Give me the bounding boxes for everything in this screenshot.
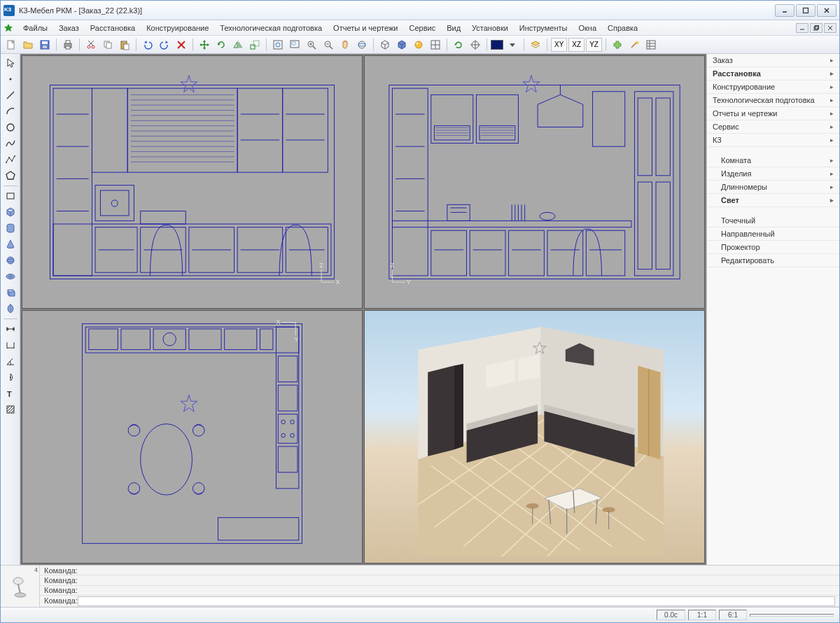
side-item[interactable]: Конструирование▸ bbox=[707, 80, 839, 94]
command-line[interactable]: Команда: bbox=[40, 596, 839, 607]
text-icon[interactable]: T bbox=[3, 386, 18, 401]
scale-icon[interactable] bbox=[247, 37, 262, 52]
dimension-linear-icon[interactable] bbox=[3, 337, 18, 353]
side-item[interactable]: Прожектор bbox=[707, 241, 839, 254]
side-item[interactable]: Редактировать bbox=[707, 254, 839, 267]
angle-icon[interactable] bbox=[3, 354, 18, 369]
window-title: К3-Мебел РКМ - [Заказ_22 (22.k3)] bbox=[19, 6, 775, 15]
viewport-perspective[interactable] bbox=[364, 310, 705, 564]
spline-icon[interactable] bbox=[3, 136, 18, 151]
rectangle-icon[interactable] bbox=[3, 188, 18, 204]
close-button[interactable] bbox=[817, 4, 836, 17]
svg-rect-155 bbox=[656, 182, 670, 270]
minimize-button[interactable] bbox=[775, 4, 794, 17]
plane-yz-button[interactable]: YZ bbox=[586, 38, 602, 52]
plugin-icon[interactable] bbox=[610, 37, 625, 52]
zoom-window-icon[interactable] bbox=[287, 37, 302, 52]
copy-icon[interactable] bbox=[100, 37, 115, 52]
menu-расстановка[interactable]: Расстановка bbox=[85, 22, 141, 34]
paste-icon[interactable] bbox=[117, 37, 132, 52]
side-item[interactable]: Технологическая подготовка▸ bbox=[707, 94, 839, 107]
menu-отчеты и чертежи[interactable]: Отчеты и чертежи bbox=[328, 22, 403, 34]
mirror-icon[interactable] bbox=[230, 37, 246, 52]
prism-icon[interactable] bbox=[3, 285, 18, 300]
crosshair-icon[interactable] bbox=[468, 37, 483, 52]
redo-icon[interactable] bbox=[157, 37, 172, 52]
side-item[interactable]: Свет▸ bbox=[707, 194, 839, 207]
point-icon[interactable] bbox=[3, 71, 18, 87]
torus-icon[interactable] bbox=[3, 269, 18, 284]
viewport-front[interactable]: XZ bbox=[22, 55, 363, 309]
menu-инструменты[interactable]: Инструменты bbox=[514, 22, 573, 34]
menu-справка[interactable]: Справка bbox=[602, 22, 643, 34]
mdi-minimize-button[interactable] bbox=[796, 23, 808, 33]
magic-wand-icon[interactable] bbox=[626, 37, 642, 52]
menu-установки[interactable]: Установки bbox=[466, 22, 514, 34]
menu-технологическая подготовка[interactable]: Технологическая подготовка bbox=[214, 22, 328, 34]
polygon-icon[interactable] bbox=[3, 168, 18, 183]
save-icon[interactable] bbox=[37, 37, 52, 52]
side-item[interactable]: Точечный bbox=[707, 214, 839, 227]
viewport-split-icon[interactable] bbox=[428, 37, 443, 52]
mdi-close-button[interactable] bbox=[824, 23, 836, 33]
side-item[interactable]: Длинномеры▸ bbox=[707, 181, 839, 194]
refresh-icon[interactable] bbox=[451, 37, 466, 52]
properties-icon[interactable] bbox=[643, 37, 659, 52]
side-item[interactable]: Комната▸ bbox=[707, 154, 839, 167]
print-icon[interactable] bbox=[60, 37, 76, 52]
zoom-all-icon[interactable] bbox=[270, 37, 286, 52]
command-input[interactable] bbox=[78, 596, 835, 606]
left-toolbox: T bbox=[1, 54, 20, 565]
dropdown-icon[interactable] bbox=[505, 37, 520, 52]
menu-заказ[interactable]: Заказ bbox=[53, 22, 85, 34]
render-icon[interactable] bbox=[411, 37, 426, 52]
side-item[interactable]: Заказ▸ bbox=[707, 54, 839, 67]
maximize-button[interactable] bbox=[796, 4, 816, 17]
polyline-icon[interactable] bbox=[3, 152, 18, 167]
zoom-out-icon[interactable] bbox=[321, 37, 336, 52]
menu-файлы[interactable]: Файлы bbox=[18, 22, 53, 34]
side-item[interactable]: К3▸ bbox=[707, 134, 839, 147]
plane-xz-button[interactable]: XZ bbox=[568, 38, 584, 52]
revolve-icon[interactable] bbox=[3, 301, 18, 316]
viewport-top[interactable]: XY bbox=[22, 310, 363, 564]
sphere-icon[interactable] bbox=[3, 253, 18, 268]
protractor-icon[interactable] bbox=[3, 370, 18, 385]
plane-xy-button[interactable]: XY bbox=[551, 38, 567, 52]
circle-icon[interactable] bbox=[3, 120, 18, 135]
side-item[interactable]: Расстановка▸ bbox=[707, 67, 839, 80]
select-icon[interactable] bbox=[3, 55, 18, 71]
rotate-icon[interactable] bbox=[214, 37, 229, 52]
cut-icon[interactable] bbox=[83, 37, 99, 52]
side-item[interactable]: Направленный bbox=[707, 227, 839, 241]
cone-icon[interactable] bbox=[3, 237, 18, 252]
arc-icon[interactable] bbox=[3, 104, 18, 119]
side-item[interactable]: Отчеты и чертежи▸ bbox=[707, 107, 839, 120]
side-item[interactable]: Изделия▸ bbox=[707, 167, 839, 181]
status-empty bbox=[750, 614, 834, 617]
line-icon[interactable] bbox=[3, 88, 18, 103]
wireframe-icon[interactable] bbox=[377, 37, 393, 52]
side-item[interactable]: Сервис▸ bbox=[707, 120, 839, 134]
hatch-icon[interactable] bbox=[3, 402, 18, 417]
shaded-icon[interactable] bbox=[394, 37, 410, 52]
move-icon[interactable] bbox=[197, 37, 212, 52]
delete-icon[interactable] bbox=[174, 37, 189, 52]
orbit-icon[interactable] bbox=[354, 37, 370, 52]
menu-конструирование[interactable]: Конструирование bbox=[141, 22, 214, 34]
menu-сервис[interactable]: Сервис bbox=[404, 22, 442, 34]
cylinder-icon[interactable] bbox=[3, 220, 18, 236]
mdi-restore-button[interactable] bbox=[810, 23, 822, 33]
open-icon[interactable] bbox=[20, 37, 36, 52]
new-icon[interactable] bbox=[4, 37, 19, 52]
box-icon[interactable] bbox=[3, 204, 18, 220]
menu-окна[interactable]: Окна bbox=[573, 22, 602, 34]
zoom-in-icon[interactable] bbox=[304, 37, 319, 52]
viewport-side[interactable]: YZ bbox=[364, 55, 705, 309]
undo-icon[interactable] bbox=[140, 37, 155, 52]
pan-icon[interactable] bbox=[337, 37, 353, 52]
layer-icon[interactable] bbox=[528, 37, 543, 52]
color-swatch-current[interactable] bbox=[491, 40, 503, 50]
menu-вид[interactable]: Вид bbox=[441, 22, 466, 34]
dimension-icon[interactable] bbox=[3, 321, 18, 337]
